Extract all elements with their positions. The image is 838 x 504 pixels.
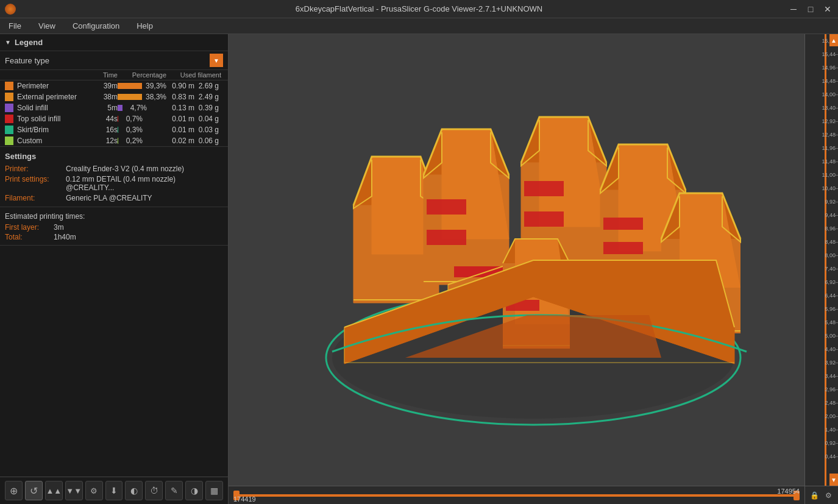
toolbar-btn-zoom[interactable]: ▲▲ <box>45 481 63 500</box>
feature-name-cell-skirt: Skirt/Brim <box>5 126 90 134</box>
settings-section: Settings Printer: Creality Ender-3 V2 (0… <box>0 147 228 207</box>
feature-type-row: Feature type ▼ <box>0 51 228 70</box>
download-icon: ⬇ <box>110 486 118 495</box>
menubar-item-help[interactable]: Help <box>133 20 157 32</box>
close-button[interactable]: ✕ <box>822 4 833 14</box>
top-solid-color-box <box>5 115 13 123</box>
maximize-button[interactable]: □ <box>805 4 816 14</box>
feature-row-skirt[interactable]: Skirt/Brim 16s 0,3% 0.01 m 0.03 g <box>0 124 228 135</box>
menubar-item-file[interactable]: File <box>5 20 25 32</box>
settings-button[interactable]: ⚙ <box>823 489 835 502</box>
gear-icon: ⚙ <box>825 491 832 500</box>
toolbar-btn-color[interactable]: ◐ <box>125 481 143 500</box>
ext-perimeter-bar-cell: 38,3% <box>118 93 166 101</box>
col-pct-header: Percentage <box>118 71 166 79</box>
ruler-mark-344: 2,96 <box>805 383 838 396</box>
ext-perimeter-label: External perimeter <box>17 93 77 101</box>
custom-label: Custom <box>17 137 42 145</box>
perimeter-label: Perimeter <box>17 82 49 90</box>
ruler-mark-140: 0,92 <box>805 436 838 450</box>
lock-button[interactable]: 🔒 <box>809 489 821 502</box>
bottom-slider-track[interactable] <box>233 494 800 497</box>
times-section: Estimated printing times: First layer: 3… <box>0 207 228 246</box>
feature-row-perimeter[interactable]: Perimeter 39m 39,3% 0.90 m 2.69 g <box>0 80 228 91</box>
titlebar-title: 6xDkeycapFlatVertical - PrusaSlicer G-co… <box>296 4 542 13</box>
feature-row-top-solid[interactable]: Top solid infill 44s 0,7% 0.01 m 0.04 g <box>0 113 228 124</box>
ext-perimeter-color-box <box>5 93 13 101</box>
settings-title: Settings <box>5 152 223 161</box>
ruler-handle-top[interactable]: ▲ <box>829 34 838 46</box>
printer-key: Printer: <box>5 165 66 173</box>
ruler-mark-1448: 14,00 <box>805 88 838 101</box>
skirt-time: 16s <box>90 126 118 134</box>
feature-name-cell-custom: Custom <box>5 137 90 145</box>
solid-infill-pct: 4,7% <box>125 104 147 112</box>
app-icon <box>5 4 16 15</box>
ruler-mark-092: 0,44 <box>805 450 838 463</box>
ruler-mark-392: 3,44 <box>805 369 838 383</box>
toolbar-btn-move[interactable]: ⊕ <box>5 481 23 500</box>
legend-collapse-arrow[interactable]: ▼ <box>5 39 11 46</box>
top-solid-filament: 0.01 m 0.04 g <box>166 115 221 123</box>
ruler-mark-1592: 15,44 <box>805 48 838 61</box>
toolbar-btn-rotate[interactable]: ↺ <box>25 481 43 500</box>
menubar-item-view[interactable]: View <box>35 20 59 32</box>
perimeter-pct: 39,3% <box>144 82 166 90</box>
ruler-mark-500: 4,40 <box>805 343 838 356</box>
time-icon: ⏱ <box>150 486 158 495</box>
perimeter-filament: 0.90 m 2.69 g <box>166 82 221 90</box>
custom-time: 12s <box>90 137 118 145</box>
minimize-button[interactable]: ─ <box>788 4 799 14</box>
toolbar-btn-slice[interactable]: ▦ <box>205 481 223 500</box>
filament-key: Filament: <box>5 194 66 202</box>
bottom-right-panel: 🔒 ⚙ <box>804 486 838 504</box>
ruler-mark-1292: 12,48 <box>805 128 838 141</box>
solid-infill-bar-cell: 4,7% <box>118 104 166 112</box>
skirt-filament: 0.01 m 0.03 g <box>166 126 221 134</box>
ruler-mark-1400: 13,40 <box>805 101 838 115</box>
feature-row-ext-perimeter[interactable]: External perimeter 38m 38,3% 0.83 m 2.49… <box>0 91 228 102</box>
perimeter-bar <box>118 83 142 89</box>
ext-perimeter-pct: 38,3% <box>144 93 166 101</box>
feature-name-cell-top: Top solid infill <box>5 115 90 123</box>
toolbar-btn-bw[interactable]: ◑ <box>185 481 203 500</box>
ruler-handle-bottom[interactable]: ▼ <box>829 474 838 486</box>
zoom-up-icon: ▲▲ <box>46 486 62 495</box>
ruler-mark-1196: 11,48 <box>805 155 838 168</box>
svg-rect-6 <box>524 181 564 196</box>
toolbar-btn-layers[interactable]: ▼▼ <box>65 481 83 500</box>
toolbar-btn-time[interactable]: ⏱ <box>145 481 163 500</box>
ext-perimeter-time: 38m <box>90 93 118 101</box>
svg-rect-9 <box>603 242 643 254</box>
solid-infill-label: Solid infill <box>17 104 48 112</box>
solid-infill-filament: 0.13 m 0.39 g <box>166 104 221 112</box>
feature-type-dropdown[interactable]: ▼ <box>210 54 223 67</box>
legend-title: Legend <box>15 38 43 47</box>
top-solid-bar-cell: 0,7% <box>118 115 166 123</box>
custom-color-box <box>5 137 13 145</box>
paint-icon: ✎ <box>171 486 178 495</box>
solid-infill-time: 5m <box>90 104 118 112</box>
times-row-total: Total: 1h40m <box>5 233 223 241</box>
toolbar-btn-paint[interactable]: ✎ <box>165 481 183 500</box>
toolbar-btn-settings3[interactable]: ⚙ <box>85 481 103 500</box>
model-canvas <box>229 34 838 486</box>
total-value: 1h40m <box>54 233 76 241</box>
feature-name-cell-solid: Solid infill <box>5 104 90 112</box>
ruler-mark-1496: 14,48 <box>805 74 838 88</box>
main-layout: ▼ Legend Feature type ▼ Time Percentage … <box>0 34 838 504</box>
top-solid-pct: 0,7% <box>121 115 143 123</box>
bottom-value-right: 174954 <box>777 488 800 495</box>
toolbar-btn-download[interactable]: ⬇ <box>105 481 123 500</box>
skirt-color-box <box>5 126 13 134</box>
top-solid-bar <box>118 116 118 122</box>
feature-table: Perimeter 39m 39,3% 0.90 m 2.69 g Extern… <box>0 80 228 147</box>
feature-row-solid-infill[interactable]: Solid infill 5m 4,7% 0.13 m 0.39 g <box>0 102 228 113</box>
menubar-item-configuration[interactable]: Configuration <box>69 20 123 32</box>
skirt-bar <box>118 127 118 133</box>
left-panel: ▼ Legend Feature type ▼ Time Percentage … <box>0 34 229 504</box>
viewport[interactable]: 16,40 (136) 15,92 15,44 14,96 14,48 14,0… <box>229 34 838 504</box>
titlebar: 6xDkeycapFlatVertical - PrusaSlicer G-co… <box>0 0 838 18</box>
feature-row-custom[interactable]: Custom 12s 0,2% 0.02 m 0.06 g <box>0 135 228 146</box>
svg-rect-7 <box>524 211 564 227</box>
